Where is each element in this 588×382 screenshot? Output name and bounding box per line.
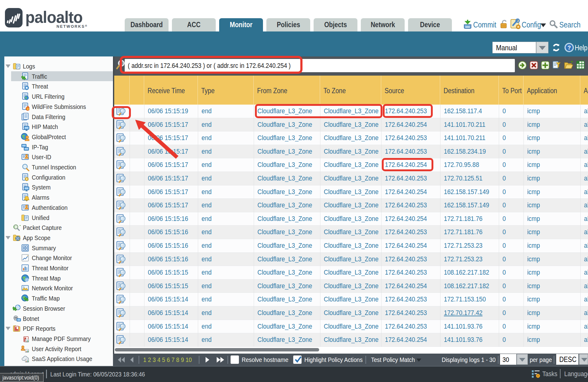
svg-text:?: ?	[568, 45, 571, 51]
